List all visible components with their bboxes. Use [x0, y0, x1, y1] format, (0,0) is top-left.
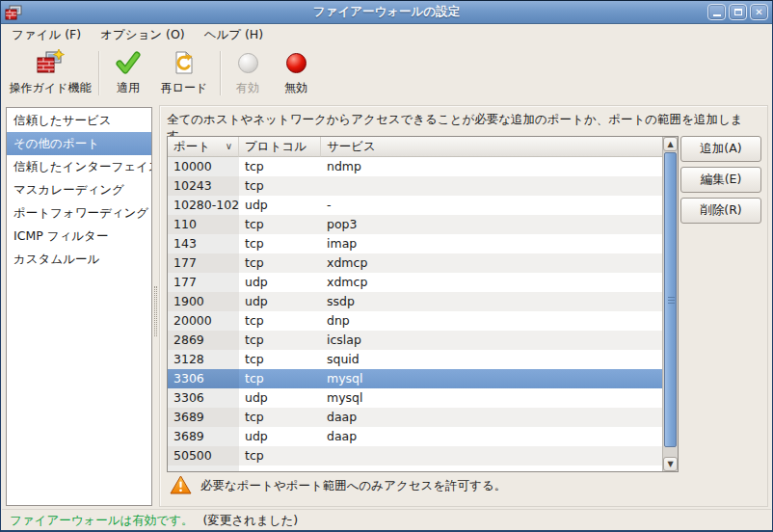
cell-port: 3128 — [168, 350, 239, 369]
sidebar-list: 信頼したサービスその他のポート信頼したインターフェイス:マスカレーディングポート… — [6, 107, 152, 506]
cell-service: ssdp — [321, 292, 662, 311]
cell-protocol: tcp — [239, 157, 321, 176]
menu-item[interactable]: オプション (O) — [91, 25, 195, 43]
sidebar-item[interactable]: カスタムルール — [7, 248, 151, 271]
table-row[interactable]: 110tcppop3 — [168, 215, 662, 234]
cell-service: dnp — [321, 311, 662, 331]
disable-button-label: 無効 — [274, 80, 318, 96]
green-check-icon — [104, 47, 152, 78]
vertical-scrollbar[interactable]: ▲ ▼ — [662, 137, 678, 471]
cell-protocol: tcp — [239, 234, 321, 253]
cell-protocol: udp — [239, 427, 321, 446]
sidebar-item[interactable]: ポートフォワーディング — [7, 201, 151, 225]
table-row[interactable] — [168, 466, 662, 471]
other-ports-panel: 全てのホストやネットワークからアクセスできることが必要な追加のポートか、ポートの… — [159, 105, 768, 507]
cell-port — [168, 466, 239, 471]
cell-service: mysql — [321, 388, 662, 408]
wizard-button[interactable]: 操作ガイド機能 — [8, 47, 93, 96]
cell-port: 110 — [168, 215, 239, 234]
warning-row: 必要なポートやポート範囲へのみアクセスを許可する。 — [170, 475, 506, 497]
cell-protocol: tcp — [239, 369, 321, 388]
table-row[interactable]: 50500tcp — [168, 446, 662, 466]
table-row[interactable]: 1900udpssdp — [168, 292, 662, 311]
sidebar-item[interactable]: マスカレーディング — [7, 178, 151, 201]
firewall-status-text: ファイアーウォールは有効です。 — [10, 513, 193, 529]
table-row[interactable]: 2869tcpicslap — [168, 331, 662, 350]
sidebar-item[interactable]: その他のポート — [7, 132, 151, 155]
cell-port: 50500 — [168, 446, 239, 466]
cell-service: daap — [321, 427, 662, 446]
minimize-icon[interactable] — [707, 4, 726, 20]
firewall-app-icon — [5, 5, 22, 20]
cell-protocol: tcp — [239, 350, 321, 369]
window-title: ファイアーウォールの設定 — [1, 4, 772, 20]
cell-port: 3689 — [168, 408, 239, 427]
cell-protocol — [239, 466, 321, 471]
titlebar[interactable]: ファイアーウォールの設定 ✕ — [1, 1, 772, 24]
enable-button[interactable]: 有効 — [226, 47, 270, 96]
cell-port: 10280-10284 — [168, 196, 239, 215]
column-header-protocol[interactable]: プロトコル — [239, 137, 321, 157]
scroll-down-icon[interactable]: ▼ — [663, 457, 678, 471]
table-row[interactable]: 143tcpimap — [168, 234, 662, 253]
table-row[interactable]: 3128tcpsquid — [168, 350, 662, 369]
sidebar-item[interactable]: 信頼したインターフェイス: — [7, 155, 151, 178]
pane-splitter[interactable] — [153, 107, 158, 506]
cell-port: 177 — [168, 253, 239, 273]
toolbar: 操作ガイド機能 適用 再ロード — [2, 43, 771, 103]
cell-service: icslap — [321, 331, 662, 350]
cell-protocol: udp — [239, 292, 321, 311]
table-row[interactable]: 10280-10284udp- — [168, 196, 662, 215]
cell-protocol: tcp — [239, 176, 321, 196]
table-row[interactable]: 3306udpmysql — [168, 388, 662, 408]
sidebar-item[interactable]: ICMP フィルター — [7, 225, 151, 248]
cell-port: 10243 — [168, 176, 239, 196]
column-header-port[interactable]: ポート ∨ — [168, 137, 239, 157]
cell-service: ndmp — [321, 157, 662, 176]
cell-port: 2869 — [168, 331, 239, 350]
table-row[interactable]: 20000tcpdnp — [168, 311, 662, 331]
table-row[interactable]: 10243tcp — [168, 176, 662, 196]
cell-protocol: tcp — [239, 311, 321, 331]
cell-protocol: tcp — [239, 331, 321, 350]
gray-sphere-icon — [226, 47, 270, 78]
firewall-wizard-icon — [8, 47, 93, 78]
disable-button[interactable]: 無効 — [274, 47, 318, 96]
cell-service — [321, 446, 662, 466]
maximize-icon[interactable] — [729, 4, 747, 20]
add-button[interactable]: 追加(A) — [680, 136, 761, 162]
cell-protocol: tcp — [239, 446, 321, 466]
cell-service — [321, 466, 662, 471]
scroll-up-icon[interactable]: ▲ — [663, 137, 678, 151]
cell-protocol: udp — [239, 196, 321, 215]
cell-port: 3306 — [168, 388, 239, 408]
table-row[interactable]: 3306tcpmysql — [168, 369, 662, 388]
cell-service: squid — [321, 350, 662, 369]
cell-service: pop3 — [321, 215, 662, 234]
edit-button[interactable]: 編集(E) — [680, 167, 761, 193]
table-row[interactable]: 10000tcpndmp — [168, 157, 662, 176]
table-row[interactable]: 3689udpdaap — [168, 427, 662, 446]
table-row[interactable]: 177udpxdmcp — [168, 273, 662, 292]
warning-triangle-icon — [170, 475, 192, 497]
column-header-service[interactable]: サービス — [321, 137, 662, 157]
cell-protocol: udp — [239, 388, 321, 408]
ports-table: ポート ∨ プロトコル サービス 10000tcpndmp10243tcp102… — [167, 136, 679, 472]
warning-text: 必要なポートやポート範囲へのみアクセスを許可する。 — [200, 478, 506, 494]
apply-button[interactable]: 適用 — [104, 47, 152, 96]
table-row[interactable]: 177tcpxdmcp — [168, 253, 662, 273]
cell-port: 177 — [168, 273, 239, 292]
menu-item[interactable]: ファイル (F) — [2, 25, 91, 43]
cell-port: 3306 — [168, 369, 239, 388]
cell-port: 20000 — [168, 311, 239, 331]
delete-button[interactable]: 削除(R) — [680, 198, 761, 224]
sidebar-item[interactable]: 信頼したサービス — [7, 109, 151, 132]
menu-item[interactable]: ヘルプ (H) — [195, 25, 274, 43]
splitter-grip-icon — [154, 286, 157, 336]
scrollbar-thumb[interactable] — [664, 152, 677, 447]
close-icon[interactable]: ✕ — [750, 4, 768, 20]
firewall-config-window: ファイアーウォールの設定 ✕ ファイル (F)オプション (O)ヘルプ (H) … — [0, 0, 773, 532]
toolbar-separator — [220, 51, 222, 95]
table-row[interactable]: 3689tcpdaap — [168, 408, 662, 427]
reload-button[interactable]: 再ロード — [154, 47, 214, 96]
